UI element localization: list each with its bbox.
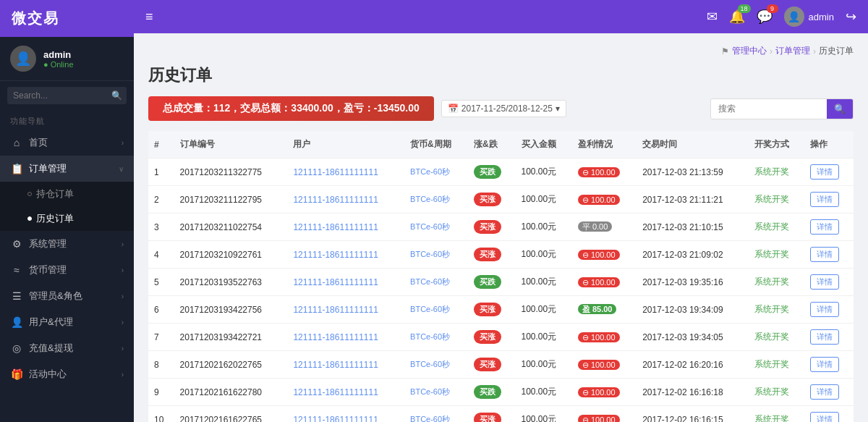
sidebar-avatar: 👤 [10,46,36,72]
orders-table-wrap: # 订单编号 用户 货币&周期 涨&跌 买入金额 盈利情况 交易时间 开奖方式 … [148,131,854,422]
detail-button[interactable]: 详情 [810,274,839,290]
cell-action: 详情 [804,351,854,379]
table-row: 10 20171202161622765 121111-18611111111 … [148,406,854,423]
user-link[interactable]: 121111-18611111111 [293,222,378,232]
table-row: 2 20171203211122795 121111-18611111111 B… [148,186,854,214]
user-link[interactable]: 121111-18611111111 [293,387,378,397]
msg-badge: 9 [767,4,778,13]
col-direction: 涨&跌 [468,131,515,159]
profit-badge: ⊖ 100.00 [578,250,620,260]
cell-profit: 平 0.00 [572,214,637,241]
cell-user: 121111-18611111111 [287,214,404,241]
detail-button[interactable]: 详情 [810,384,839,400]
sidebar-item-holding[interactable]: 持仓订单 [0,182,134,206]
open-method: 系统开奖 [754,304,789,314]
cell-num: 6 [148,296,174,324]
chevron-right-icon: › [122,139,124,147]
user-link[interactable]: 121111-18611111111 [293,305,378,315]
calendar-icon: 📅 [448,104,459,114]
table-row: 6 20171203193422756 121111-18611111111 B… [148,296,854,324]
direction-tag: 买涨 [474,358,501,371]
topbar: ≡ ✉ 🔔 18 💬 9 👤 admin ↪ [134,0,868,33]
topbar-user[interactable]: 👤 admin [784,7,834,27]
sub-dot-holding [27,192,32,196]
hamburger-button[interactable]: ≡ [145,9,153,25]
cell-num: 8 [148,351,174,379]
direction-tag: 买涨 [474,248,501,261]
user-link[interactable]: 121111-18611111111 [293,332,378,342]
user-link[interactable]: 121111-18611111111 [293,250,378,260]
detail-button[interactable]: 详情 [810,302,839,317]
user-link[interactable]: 121111-18611111111 [293,167,378,177]
sidebar-item-order[interactable]: 📋 订单管理 ∨ [0,156,134,182]
sidebar-item-activity[interactable]: 🎁 活动中心 › [0,361,134,387]
detail-button[interactable]: 详情 [810,357,839,372]
home-icon: ⌂ [10,137,23,148]
cell-amount: 100.00元 [516,406,572,423]
user-link[interactable]: 121111-18611111111 [293,195,378,205]
sidebar-item-currency[interactable]: ≈ 货币管理 › [0,257,134,283]
cell-num: 5 [148,269,174,296]
cell-currency: BTCe-60秒 [404,379,468,406]
user-link[interactable]: 121111-18611111111 [293,277,378,287]
sidebar-item-history[interactable]: 历史订单 [0,206,134,231]
sidebar-item-roles[interactable]: ☰ 管理员&角色 › [0,283,134,309]
page-title: 历史订单 [148,64,854,86]
cell-direction: 买涨 [468,324,515,351]
table-search-input[interactable] [711,100,827,117]
sidebar-item-finance[interactable]: ◎ 充值&提现 › [0,335,134,361]
chevron-right-system-icon: › [122,240,124,248]
topbar-admin-name: admin [809,12,834,22]
detail-button[interactable]: 详情 [810,329,839,345]
cell-profit: ⊖ 100.00 [572,159,637,186]
cell-order-id: 20171202161622780 [174,379,288,406]
cell-action: 详情 [804,186,854,214]
detail-button[interactable]: 详情 [810,219,839,235]
sidebar-search-area: 🔍 [0,81,134,110]
breadcrumb-parent[interactable]: 订单管理 [775,45,810,57]
cell-time: 2017-12-02 16:16:18 [637,379,748,406]
user-link[interactable]: 121111-18611111111 [293,415,378,423]
date-range-picker[interactable]: 📅 2017-11-25/2018-12-25 ▾ [441,100,566,117]
chevron-right-finance-icon: › [122,345,124,353]
cell-currency: BTCe-60秒 [404,269,468,296]
bell-icon-wrap[interactable]: 🔔 18 [729,9,745,25]
table-search-button[interactable]: 🔍 [827,99,853,119]
detail-button[interactable]: 详情 [810,192,839,207]
breadcrumb-sep1: › [770,46,773,56]
cell-method: 系统开奖 [749,159,805,186]
detail-button[interactable]: 详情 [810,247,839,262]
cell-direction: 买涨 [468,214,515,241]
open-method: 系统开奖 [754,249,789,259]
sidebar-item-system[interactable]: ⚙ 系统管理 › [0,231,134,257]
detail-button[interactable]: 详情 [810,412,839,422]
cell-time: 2017-12-03 21:13:59 [637,159,748,186]
sidebar-item-users[interactable]: 👤 用户&代理 › [0,309,134,335]
cell-direction: 买涨 [468,296,515,324]
search-input[interactable] [7,87,127,104]
cell-order-id: 20171203210922761 [174,241,288,269]
cell-profit: ⊖ 100.00 [572,324,637,351]
cell-method: 系统开奖 [749,186,805,214]
breadcrumb-home[interactable]: 管理中心 [732,45,767,57]
sidebar-history-label: 历史订单 [36,212,74,225]
sidebar-item-home[interactable]: ⌂ 首页 › [0,130,134,156]
cell-time: 2017-12-03 19:34:09 [637,296,748,324]
cell-profit: ⊖ 100.00 [572,379,637,406]
cell-order-id: 20171203211122795 [174,186,288,214]
cell-user: 121111-18611111111 [287,379,404,406]
detail-button[interactable]: 详情 [810,164,839,180]
msg-icon-wrap[interactable]: 💬 9 [757,9,773,25]
direction-tag: 买涨 [474,303,501,316]
direction-tag: 买涨 [474,220,501,234]
cell-currency: BTCe-60秒 [404,159,468,186]
user-link[interactable]: 121111-18611111111 [293,360,378,370]
search-bar: 🔍 [710,98,854,119]
activity-icon: 🎁 [10,368,23,380]
open-method: 系统开奖 [754,277,789,287]
cell-currency: BTCe-60秒 [404,406,468,423]
logout-icon[interactable]: ↪ [846,9,856,25]
chevron-right-activity-icon: › [122,371,124,379]
cell-method: 系统开奖 [749,351,805,379]
mail-icon-wrap[interactable]: ✉ [707,9,718,25]
